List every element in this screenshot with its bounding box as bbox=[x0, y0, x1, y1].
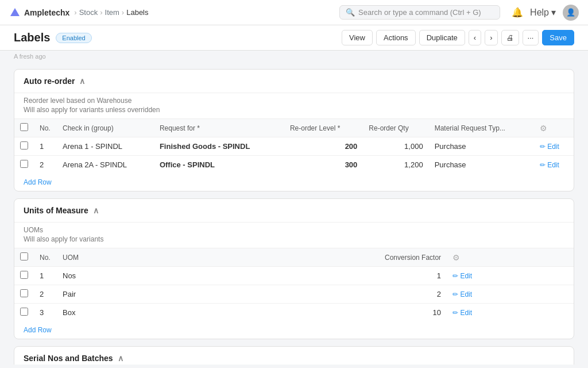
row1-edit-link[interactable]: ✏ Edit bbox=[540, 143, 568, 151]
row1-check bbox=[14, 137, 34, 156]
auto-reorder-collapse-icon[interactable]: ∧ bbox=[79, 76, 85, 86]
page-header: Labels Enabled View Actions Duplicate ‹ … bbox=[0, 25, 588, 51]
uom-add-row[interactable]: Add Row bbox=[14, 321, 61, 339]
uom-row2-no: 2 bbox=[34, 285, 57, 304]
row2-mattype: Purchase bbox=[429, 156, 534, 174]
row2-checkbox[interactable] bbox=[20, 160, 28, 168]
auto-reorder-subtitle: Reorder level based on Warehouse bbox=[14, 93, 574, 105]
duplicate-button[interactable]: Duplicate bbox=[419, 30, 465, 45]
uom-row1-edit-link[interactable]: ✏ Edit bbox=[452, 272, 568, 280]
help-button[interactable]: Help ▾ bbox=[530, 7, 556, 18]
breadcrumb: › Stock › Item › Labels bbox=[74, 8, 148, 17]
save-button[interactable]: Save bbox=[542, 30, 574, 45]
uom-table: No. UOM Conversion Factor ⚙ 1 Nos 1 ✏ Ed… bbox=[14, 248, 574, 321]
timestamp: A fresh ago bbox=[0, 51, 588, 62]
uom-header-row: No. UOM Conversion Factor ⚙ bbox=[14, 248, 574, 267]
uom-section: Units of Measure ∧ UOMs Will also apply … bbox=[14, 198, 574, 339]
row1-mattype: Purchase bbox=[429, 137, 534, 156]
breadcrumb-labels: Labels bbox=[126, 8, 148, 17]
actions-button[interactable]: Actions bbox=[376, 30, 416, 45]
breadcrumb-stock[interactable]: Stock bbox=[79, 8, 98, 17]
uom-header: Units of Measure ∧ bbox=[14, 199, 574, 223]
uom-collapse-icon[interactable]: ∧ bbox=[93, 206, 99, 215]
serial-batches-header: Serial Nos and Batches ∧ bbox=[14, 347, 574, 365]
uom-title: Units of Measure ∧ bbox=[24, 206, 99, 215]
brand-logo[interactable]: Ampletechx bbox=[9, 7, 69, 18]
serial-batches-section: Serial Nos and Batches ∧ Has Batch No Ha… bbox=[14, 346, 574, 365]
uom-row3-edit: ✏ Edit bbox=[447, 304, 574, 322]
prev-button[interactable]: ‹ bbox=[469, 30, 481, 45]
uom-row2-checkbox[interactable] bbox=[20, 289, 28, 297]
table-settings-icon[interactable]: ⚙ bbox=[540, 124, 547, 133]
help-label: Help bbox=[530, 7, 549, 18]
select-all-checkbox[interactable] bbox=[20, 123, 28, 131]
topnav-actions: 🔔 Help ▾ 👤 bbox=[512, 5, 579, 21]
uom-row1-checkbox[interactable] bbox=[20, 271, 28, 279]
uom-select-all-checkbox[interactable] bbox=[20, 252, 28, 260]
table-row: 3 Box 10 ✏ Edit bbox=[14, 304, 574, 322]
serial-batches-collapse-icon[interactable]: ∧ bbox=[118, 354, 123, 363]
more-button[interactable]: ··· bbox=[523, 30, 539, 45]
search-bar[interactable]: 🔍 Search or type a command (Ctrl + G) bbox=[339, 5, 500, 20]
row1-reorderlevel: 200 bbox=[284, 137, 363, 156]
row1-no: 1 bbox=[34, 137, 57, 156]
uom-row3-checkbox[interactable] bbox=[20, 308, 28, 316]
col-reorderqty-header: Re-order Qty bbox=[363, 119, 428, 137]
row2-edit-link[interactable]: ✏ Edit bbox=[540, 161, 568, 169]
topnav: Ampletechx › Stock › Item › Labels 🔍 Sea… bbox=[0, 0, 588, 25]
print-button[interactable]: 🖨 bbox=[501, 30, 519, 45]
logo-icon bbox=[9, 7, 21, 18]
uom-col-factor-header: Conversion Factor bbox=[169, 248, 447, 267]
col-mattype-header: Material Request Typ... bbox=[429, 119, 534, 137]
row2-checkin: Arena 2A - SPINDL bbox=[57, 156, 154, 174]
table-row: 2 Arena 2A - SPINDL Office - SPINDL 300 … bbox=[14, 156, 574, 174]
uom-col-uom-header: UOM bbox=[57, 248, 169, 267]
uom-table-settings-icon[interactable]: ⚙ bbox=[452, 253, 460, 262]
uom-col-settings-header: ⚙ bbox=[447, 248, 574, 267]
auto-reorder-table: No. Check in (group) Request for * Re-or… bbox=[14, 118, 574, 174]
uom-row2-edit-link[interactable]: ✏ Edit bbox=[452, 290, 568, 298]
row2-check bbox=[14, 156, 34, 174]
uom-row3-uom: Box bbox=[57, 304, 169, 322]
col-settings-header: ⚙ bbox=[534, 119, 574, 137]
uom-desc: Will also apply for variants bbox=[14, 234, 574, 248]
row2-reorderqty: 1,200 bbox=[363, 156, 428, 174]
col-requestfor-header: Request for * bbox=[154, 119, 284, 137]
breadcrumb-item[interactable]: Item bbox=[105, 8, 119, 17]
user-avatar[interactable]: 👤 bbox=[563, 5, 579, 21]
svg-marker-0 bbox=[10, 8, 20, 16]
row2-edit: ✏ Edit bbox=[534, 156, 574, 174]
search-placeholder: Search or type a command (Ctrl + G) bbox=[358, 8, 481, 17]
uom-row2-edit: ✏ Edit bbox=[447, 285, 574, 304]
notifications-button[interactable]: 🔔 bbox=[512, 7, 523, 18]
uom-row3-no: 3 bbox=[34, 304, 57, 322]
row2-reorderlevel: 300 bbox=[284, 156, 363, 174]
row1-edit: ✏ Edit bbox=[534, 137, 574, 156]
uom-col-no-header: No. bbox=[34, 248, 57, 267]
table-row: 1 Nos 1 ✏ Edit bbox=[14, 267, 574, 285]
avatar: 👤 bbox=[563, 5, 579, 21]
view-button[interactable]: View bbox=[342, 30, 373, 45]
auto-reorder-header: Auto re-order ∧ bbox=[14, 70, 574, 93]
row1-requestfor: Finished Goods - SPINDL bbox=[154, 137, 284, 156]
uom-subtitle: UOMs bbox=[14, 223, 574, 234]
next-button[interactable]: › bbox=[485, 30, 497, 45]
uom-row1-edit: ✏ Edit bbox=[447, 267, 574, 285]
uom-row1-factor: 1 bbox=[169, 267, 447, 285]
uom-row3-check bbox=[14, 304, 34, 322]
uom-row1-uom: Nos bbox=[57, 267, 169, 285]
uom-row1-no: 1 bbox=[34, 267, 57, 285]
uom-row3-edit-link[interactable]: ✏ Edit bbox=[452, 309, 568, 317]
auto-reorder-desc: Will also apply for variants unless over… bbox=[14, 105, 574, 118]
auto-reorder-add-row[interactable]: Add Row bbox=[14, 174, 61, 191]
auto-reorder-header-row: No. Check in (group) Request for * Re-or… bbox=[14, 119, 574, 137]
row2-no: 2 bbox=[34, 156, 57, 174]
status-badge: Enabled bbox=[56, 33, 91, 43]
row1-checkin: Arena 1 - SPINDL bbox=[57, 137, 154, 156]
table-row: 2 Pair 2 ✏ Edit bbox=[14, 285, 574, 304]
brand-name: Ampletechx bbox=[24, 8, 69, 17]
row1-checkbox[interactable] bbox=[20, 141, 28, 150]
col-reorderlevel-header: Re-order Level * bbox=[284, 119, 363, 137]
uom-row2-check bbox=[14, 285, 34, 304]
uom-row2-uom: Pair bbox=[57, 285, 169, 304]
